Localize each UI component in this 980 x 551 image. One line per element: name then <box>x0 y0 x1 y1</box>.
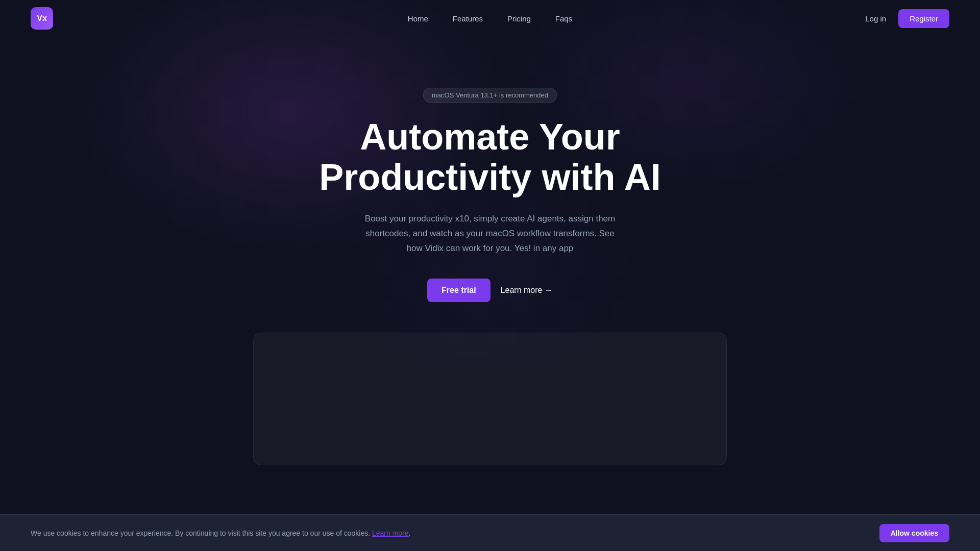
register-button[interactable]: Register <box>898 9 949 28</box>
hero-buttons: Free trial Learn more → <box>427 279 553 302</box>
app-preview <box>253 333 727 465</box>
login-button[interactable]: Log in <box>865 14 886 23</box>
navbar: Vx Home Features Pricing Faqs Log in Reg… <box>0 0 980 37</box>
nav-link-features[interactable]: Features <box>453 14 483 23</box>
nav-link-home[interactable]: Home <box>408 14 428 23</box>
free-trial-button[interactable]: Free trial <box>427 279 491 302</box>
hero-title: Automate Your Productivity with AI <box>319 117 660 197</box>
nav-link-pricing[interactable]: Pricing <box>507 14 531 23</box>
nav-right: Log in Register <box>865 9 949 28</box>
os-badge: macOS Ventura 13.1+ is recommended <box>423 88 557 103</box>
nav-link-faqs[interactable]: Faqs <box>555 14 572 23</box>
cookie-learn-more-link[interactable]: Learn more <box>372 529 409 537</box>
hero-title-line2: Productivity with AI <box>319 157 660 197</box>
learn-more-button[interactable]: Learn more → <box>501 286 553 295</box>
nav-left: Vx <box>31 7 53 30</box>
hero-subtitle: Boost your productivity x10, simply crea… <box>357 212 623 256</box>
logo[interactable]: Vx <box>31 7 53 30</box>
allow-cookies-button[interactable]: Allow cookies <box>879 524 949 542</box>
hero-title-line1: Automate Your <box>360 116 620 157</box>
cookie-message: We use cookies to enhance your experienc… <box>31 529 411 537</box>
nav-links: Home Features Pricing Faqs <box>408 14 572 23</box>
hero-section: macOS Ventura 13.1+ is recommended Autom… <box>0 37 980 333</box>
cookie-banner: We use cookies to enhance your experienc… <box>0 514 980 551</box>
